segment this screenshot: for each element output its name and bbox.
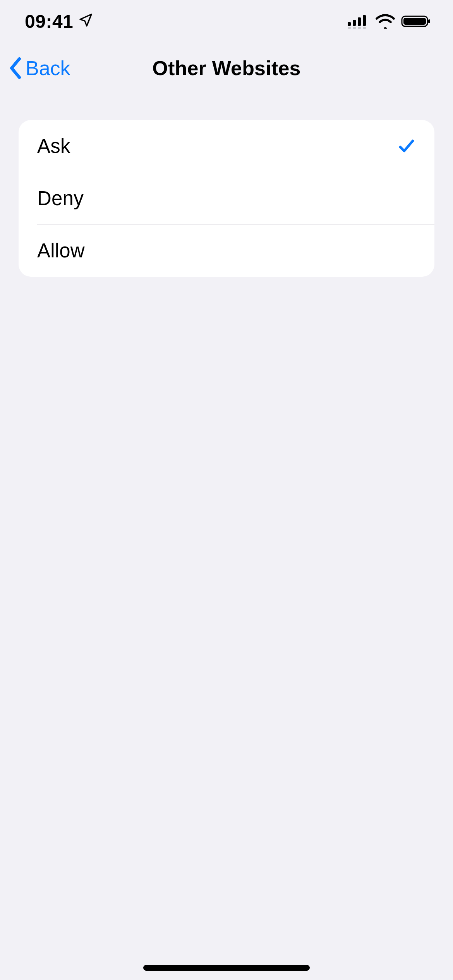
- status-bar: 09:41: [0, 0, 453, 43]
- svg-rect-6: [358, 27, 361, 29]
- back-label: Back: [26, 57, 70, 80]
- option-label: Ask: [37, 135, 70, 158]
- option-ask[interactable]: Ask: [19, 120, 434, 172]
- checkmark-icon: [397, 137, 416, 156]
- svg-rect-1: [353, 20, 356, 26]
- status-right: [347, 14, 431, 29]
- battery-icon: [401, 14, 431, 29]
- svg-rect-5: [353, 27, 356, 29]
- wifi-icon: [376, 14, 395, 29]
- back-button[interactable]: Back: [9, 57, 70, 80]
- svg-rect-3: [363, 15, 366, 26]
- status-left: 09:41: [25, 11, 93, 32]
- status-time: 09:41: [25, 11, 73, 32]
- svg-rect-0: [348, 22, 351, 26]
- home-indicator: [143, 965, 310, 971]
- option-label: Deny: [37, 187, 84, 210]
- svg-rect-10: [428, 19, 430, 23]
- svg-rect-4: [348, 27, 351, 29]
- option-deny[interactable]: Deny: [19, 172, 434, 224]
- chevron-left-icon: [9, 57, 23, 80]
- svg-rect-2: [358, 17, 361, 26]
- page-title: Other Websites: [152, 57, 300, 80]
- nav-bar: Back Other Websites: [0, 43, 453, 94]
- svg-rect-9: [403, 18, 426, 25]
- options-list: Ask Deny Allow: [19, 120, 434, 277]
- svg-rect-7: [363, 27, 366, 29]
- location-icon: [78, 11, 93, 32]
- option-label: Allow: [37, 239, 85, 262]
- option-allow[interactable]: Allow: [19, 224, 434, 277]
- cellular-icon: [347, 14, 369, 29]
